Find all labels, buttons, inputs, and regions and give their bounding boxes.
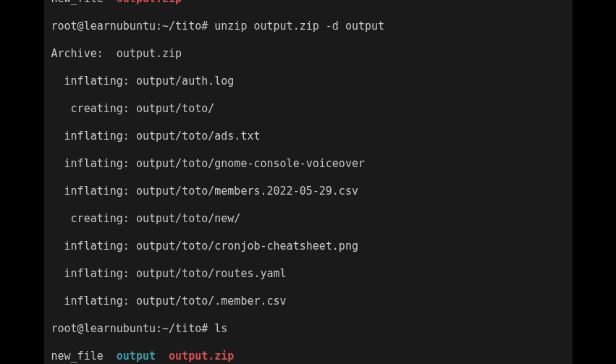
- terminal-line: new_file output output.zip: [51, 350, 565, 363]
- terminal-line: root@learnubuntu:~/tito# ls: [51, 322, 565, 336]
- terminal-line: creating: output/toto/new/: [51, 212, 565, 226]
- terminal-line: Archive: output.zip: [51, 47, 565, 61]
- command: ls: [214, 322, 227, 335]
- zip-file-entry: output.zip: [169, 350, 234, 363]
- prompt: root@learnubuntu:~/tito#: [51, 20, 208, 33]
- terminal-line: new_file output.zip: [51, 0, 565, 6]
- terminal-window: root@learnubuntu: ~/tito root@learnubunt…: [44, 0, 573, 364]
- terminal-line: inflating: output/toto/ads.txt: [51, 130, 565, 143]
- terminal-line: inflating: output/toto/routes.yaml: [51, 267, 565, 281]
- terminal-line: creating: output/toto/: [51, 102, 565, 116]
- terminal-line: inflating: output/toto/gnome-console-voi…: [51, 157, 565, 171]
- prompt: root@learnubuntu:~/tito#: [51, 322, 208, 335]
- terminal-line: inflating: output/auth.log: [51, 75, 565, 88]
- terminal-body[interactable]: root@learnubuntu:~/tito# ls new_file out…: [44, 0, 573, 364]
- file-entry: new_file: [51, 0, 104, 5]
- file-entry: new_file: [51, 350, 104, 363]
- terminal-line: root@learnubuntu:~/tito# unzip output.zi…: [51, 20, 565, 33]
- terminal-line: inflating: output/toto/members.2022-05-2…: [51, 185, 565, 198]
- terminal-line: inflating: output/toto/.member.csv: [51, 295, 565, 308]
- dir-entry: output: [117, 350, 156, 363]
- zip-file-entry: output.zip: [117, 0, 182, 5]
- command: unzip output.zip -d output: [214, 20, 384, 33]
- terminal-line: inflating: output/toto/cronjob-cheatshee…: [51, 240, 565, 253]
